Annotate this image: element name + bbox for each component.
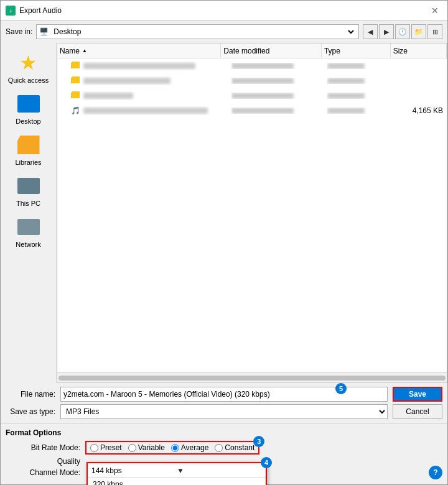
radio-preset[interactable]: Preset xyxy=(90,443,122,452)
sidebar-item-quick-access[interactable]: ★ Quick access xyxy=(4,48,54,86)
file-name-area: File name: 5 Save Save as type: MP3 File… xyxy=(1,383,447,423)
constant-radio[interactable] xyxy=(215,444,223,452)
table-row[interactable]: 🎵 4,165 KB xyxy=(57,103,447,118)
file-name-cell xyxy=(58,62,231,70)
nav-up-button[interactable]: 📁 xyxy=(411,24,426,39)
network-icon xyxy=(16,215,41,239)
save-button[interactable]: Save xyxy=(393,387,442,402)
sidebar-label-desktop: Desktop xyxy=(16,118,40,125)
this-pc-icon xyxy=(16,173,41,198)
file-name-label: File name: xyxy=(6,390,55,399)
sidebar-item-desktop[interactable]: Desktop xyxy=(4,89,54,127)
dialog-title: Export Audio xyxy=(19,6,62,15)
save-as-type-select[interactable]: MP3 Files WAV Files OGG Files xyxy=(60,404,388,419)
save-as-type-label: Save as type: xyxy=(6,407,55,416)
table-row[interactable] xyxy=(57,73,447,88)
file-name-cell xyxy=(58,91,231,100)
horizontal-scrollbar[interactable] xyxy=(57,372,447,382)
format-options-section: Format Options Bit Rate Mode: 3 Preset V… xyxy=(1,423,447,484)
export-audio-dialog: ♪ Export Audio ✕ Save in: 🖥️ Desktop Doc… xyxy=(0,0,448,485)
quality-row: Quality 4 144 kbps ▼ 320 kbps 256 kbps 2… xyxy=(6,457,442,466)
radio-constant[interactable]: Constant xyxy=(215,443,254,452)
save-in-dropdown[interactable]: 🖥️ Desktop Documents Music Downloads xyxy=(36,24,359,39)
help-button[interactable]: ? xyxy=(429,466,442,479)
nav-views-button[interactable]: ⊞ xyxy=(427,24,442,39)
sidebar: ★ Quick access Desktop Libraries xyxy=(1,43,57,383)
sidebar-item-this-pc[interactable]: This PC xyxy=(4,171,54,210)
bit-rate-mode-label: Bit Rate Mode: xyxy=(6,443,80,452)
file-type-cell xyxy=(327,93,391,99)
sidebar-item-network[interactable]: Network xyxy=(4,212,54,251)
nav-forward-button[interactable]: ▶ xyxy=(379,24,394,39)
save-in-bar: Save in: 🖥️ Desktop Documents Music Down… xyxy=(1,21,447,43)
channel-mode-label: Channel Mode: xyxy=(6,468,80,477)
file-name-cell: 🎵 xyxy=(58,106,231,115)
file-date-cell xyxy=(231,63,328,69)
nav-buttons: ◀ ▶ 🕐 📁 ⊞ xyxy=(363,24,442,39)
col-name[interactable]: Name ▲ xyxy=(57,44,221,58)
radio-variable[interactable]: Variable xyxy=(128,443,165,452)
sidebar-item-libraries[interactable]: Libraries xyxy=(4,130,54,169)
average-radio[interactable] xyxy=(171,444,179,452)
sort-arrow: ▲ xyxy=(82,48,87,53)
scrollbar-thumb xyxy=(58,376,446,381)
file-name-cell xyxy=(58,76,231,85)
bit-rate-mode-row: Bit Rate Mode: 3 Preset Variable Average… xyxy=(6,441,442,455)
save-in-icon: 🖥️ xyxy=(39,27,49,36)
save-in-select[interactable]: Desktop Documents Music Downloads xyxy=(51,27,356,37)
sidebar-label-quick-access: Quick access xyxy=(8,76,49,84)
table-row[interactable] xyxy=(57,88,447,103)
bit-rate-mode-group: 3 Preset Variable Average Constant xyxy=(85,441,259,455)
file-date-cell xyxy=(231,108,328,114)
sidebar-label-network: Network xyxy=(16,241,40,248)
variable-radio[interactable] xyxy=(128,444,136,452)
dropdown-arrow-icon: ▼ xyxy=(177,466,262,475)
dialog-icon: ♪ xyxy=(6,6,16,16)
file-list-header: Name ▲ Date modified Type Size xyxy=(57,44,447,58)
sidebar-label-libraries: Libraries xyxy=(15,159,41,166)
nav-recent-button[interactable]: 🕐 xyxy=(395,24,410,39)
desktop-icon xyxy=(16,91,41,116)
quality-dropdown[interactable]: 4 144 kbps ▼ 320 kbps 256 kbps 224 kbps … xyxy=(86,462,267,485)
cancel-button[interactable]: Cancel xyxy=(393,404,442,419)
file-type-cell xyxy=(327,63,391,69)
quick-access-icon: ★ xyxy=(16,50,41,75)
col-size[interactable]: Size xyxy=(391,44,447,58)
file-size-cell: 4,165 KB xyxy=(392,106,446,115)
file-type-cell xyxy=(327,78,391,84)
file-list-area: Name ▲ Date modified Type Size xyxy=(57,43,447,383)
table-row[interactable] xyxy=(57,58,447,73)
col-type[interactable]: Type xyxy=(322,44,391,58)
title-bar-left: ♪ Export Audio xyxy=(6,6,62,16)
preset-radio[interactable] xyxy=(90,444,98,452)
libraries-icon xyxy=(16,132,41,157)
list-item[interactable]: 320 kbps xyxy=(88,478,266,485)
save-in-label: Save in: xyxy=(6,27,32,36)
file-date-cell xyxy=(231,78,328,84)
file-list-body: 🎵 4,165 KB xyxy=(57,58,447,372)
dropdown-selected-value: 144 kbps xyxy=(91,466,177,475)
close-button[interactable]: ✕ xyxy=(427,3,442,18)
badge-4: 4 xyxy=(261,457,272,468)
saveastype-row: Save as type: MP3 Files WAV Files OGG Fi… xyxy=(6,404,442,419)
title-bar: ♪ Export Audio ✕ xyxy=(1,1,447,21)
file-type-cell xyxy=(327,108,391,114)
format-options-title: Format Options xyxy=(6,428,442,437)
main-area: ★ Quick access Desktop Libraries xyxy=(1,43,447,383)
file-date-cell xyxy=(231,93,328,99)
dropdown-header: 144 kbps ▼ xyxy=(88,463,266,478)
radio-average[interactable]: Average xyxy=(171,443,208,452)
quality-label: Quality xyxy=(6,457,80,466)
badge-5: 5 xyxy=(335,383,347,394)
sidebar-label-this-pc: This PC xyxy=(16,200,40,207)
filename-row: File name: 5 Save xyxy=(6,387,442,402)
nav-back-button[interactable]: ◀ xyxy=(363,24,378,39)
dropdown-list: 320 kbps 256 kbps 224 kbps 192 kbps 160 … xyxy=(88,478,266,485)
badge-3: 3 xyxy=(253,436,264,447)
col-date[interactable]: Date modified xyxy=(221,44,322,58)
